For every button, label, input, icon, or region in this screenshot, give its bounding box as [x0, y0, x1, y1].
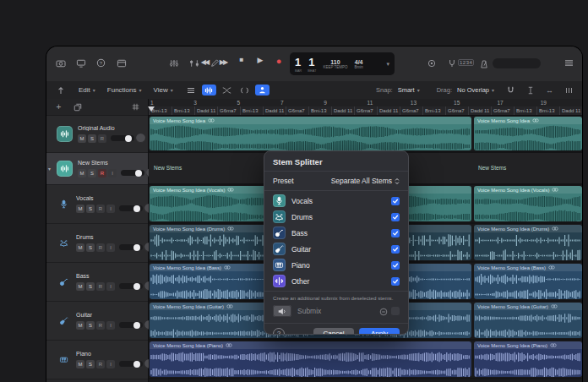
rewind-icon[interactable]: ◀◀: [199, 56, 210, 68]
menu-edit[interactable]: Edit▾: [79, 86, 95, 94]
m-button[interactable]: M: [76, 360, 84, 368]
stem-checkbox[interactable]: [391, 229, 400, 237]
menu-view[interactable]: View▾: [154, 86, 173, 94]
list-icon[interactable]: [563, 57, 575, 69]
audio-region-vocals[interactable]: Voice Memo Song Idea (Vocals): [474, 186, 582, 221]
audio-region-bass[interactable]: Voice Memo Song Idea (Bass): [474, 264, 582, 299]
stem-checkbox[interactable]: [391, 245, 400, 254]
help-button[interactable]: ?: [273, 328, 285, 335]
cancel-button[interactable]: Cancel: [313, 328, 354, 335]
m-button[interactable]: M: [76, 205, 84, 213]
bars-icon[interactable]: [563, 84, 575, 96]
quick-help-icon[interactable]: ?: [95, 57, 107, 69]
stem-checkbox[interactable]: [391, 277, 400, 286]
r-button[interactable]: R: [96, 205, 105, 213]
bar-ruler[interactable]: 13579111315171921: [149, 99, 582, 106]
i-button[interactable]: I: [106, 360, 115, 368]
add-track-icon[interactable]: +: [52, 101, 65, 113]
audio-region-guitar[interactable]: Voice Memo Song Idea (Guitar): [474, 303, 582, 338]
person-icon[interactable]: [255, 85, 270, 96]
r-button[interactable]: R: [96, 360, 105, 368]
audio-region-drums[interactable]: Voice Memo Song Idea (Drums): [474, 225, 582, 260]
count-in-icon[interactable]: 1234: [458, 59, 474, 66]
track-header-bass[interactable]: BassMSRI: [46, 263, 148, 302]
s-button[interactable]: S: [88, 169, 96, 177]
ibeam-icon[interactable]: [524, 84, 536, 96]
stem-row-other[interactable]: Other: [273, 273, 400, 289]
r-button[interactable]: R: [96, 321, 105, 330]
stem-row-guitar[interactable]: Guitar: [273, 241, 400, 257]
harrows-icon[interactable]: ↔: [543, 84, 556, 96]
i-button[interactable]: I: [106, 282, 115, 291]
lcd-display[interactable]: 11 BARBEAT 110 KEEP TEMPO 4/4 Bmin ▾: [290, 52, 395, 75]
disclosure-icon[interactable]: ▾: [48, 166, 51, 172]
metronome-icon[interactable]: [477, 57, 490, 70]
volume-slider[interactable]: [119, 361, 143, 367]
i-button[interactable]: I: [106, 321, 115, 330]
volume-slider[interactable]: [121, 170, 144, 176]
m-button[interactable]: M: [78, 169, 86, 177]
volume-slider[interactable]: [119, 322, 143, 328]
crossfade-icon[interactable]: [220, 85, 234, 96]
snap-select[interactable]: Smart▾: [398, 86, 432, 94]
audio-region-piano[interactable]: Voice Memo Song Idea (Piano): [150, 341, 471, 377]
rows-icon[interactable]: [184, 85, 199, 96]
pan-knob[interactable]: [136, 134, 145, 143]
loop-icon[interactable]: [237, 85, 252, 96]
s-button[interactable]: S: [86, 205, 95, 213]
track-header-guitar[interactable]: GuitarMSRI: [46, 302, 148, 341]
submix-checkbox[interactable]: [391, 307, 400, 315]
i-button[interactable]: I: [108, 169, 117, 177]
wave-icon[interactable]: [202, 85, 216, 96]
media-browser-icon[interactable]: [54, 57, 67, 69]
audio-region-piano[interactable]: Voice Memo Song Idea (Piano): [474, 341, 582, 377]
master-volume-slider[interactable]: [493, 58, 541, 68]
i-button[interactable]: I: [106, 205, 115, 213]
m-button[interactable]: M: [78, 134, 86, 143]
audio-region-original-audio[interactable]: Voice Memo Song Idea: [150, 117, 471, 150]
stem-checkbox[interactable]: [391, 261, 400, 270]
drag-select[interactable]: No Overlap▾: [457, 86, 494, 94]
magnet-icon[interactable]: [504, 84, 517, 96]
r-button[interactable]: R: [96, 282, 105, 291]
r-button[interactable]: R: [96, 243, 105, 252]
audio-region-original-audio[interactable]: Voice Memo Song Idea: [474, 117, 582, 150]
stem-row-vocals[interactable]: Vocals: [273, 193, 400, 209]
m-button[interactable]: M: [76, 321, 84, 330]
m-button[interactable]: M: [76, 282, 84, 291]
lcd-chevron-icon[interactable]: ▾: [386, 61, 389, 68]
replace-icon[interactable]: [425, 57, 438, 69]
r-button[interactable]: R: [98, 169, 106, 177]
volume-slider[interactable]: [119, 205, 143, 211]
stem-row-bass[interactable]: Bass: [273, 225, 400, 241]
stop-icon[interactable]: ■: [236, 56, 248, 68]
s-button[interactable]: S: [86, 243, 95, 252]
stem-checkbox[interactable]: [391, 197, 400, 205]
record-icon[interactable]: ●: [273, 56, 285, 68]
menu-functions[interactable]: Functions▾: [107, 86, 142, 94]
track-header-drums[interactable]: DrumsMSRI: [46, 224, 148, 263]
catch-playhead-icon[interactable]: [54, 84, 67, 96]
fast-forward-icon[interactable]: ▶▶: [217, 56, 229, 68]
r-button[interactable]: R: [98, 134, 106, 143]
playhead-marker[interactable]: [148, 106, 155, 112]
track-header-original-audio[interactable]: Original AudioMSR: [46, 116, 148, 153]
duplicate-track-icon[interactable]: [71, 101, 84, 113]
smart-controls-icon[interactable]: [167, 57, 180, 69]
stem-checkbox[interactable]: [391, 213, 400, 221]
volume-slider[interactable]: [111, 135, 134, 141]
s-button[interactable]: S: [86, 321, 95, 330]
track-header-piano[interactable]: PianoMSRI: [46, 341, 148, 379]
track-header-vocals[interactable]: VocalsMSRI: [46, 185, 148, 224]
volume-slider[interactable]: [119, 244, 143, 250]
stem-row-drums[interactable]: Drums: [273, 209, 400, 225]
volume-slider[interactable]: [119, 283, 143, 289]
preset-select[interactable]: Separate All Stems: [331, 177, 400, 185]
minus-circle-icon[interactable]: [379, 303, 388, 319]
apply-button[interactable]: Apply: [359, 328, 400, 335]
m-button[interactable]: M: [76, 243, 84, 252]
toolbar-toggle-icon[interactable]: [115, 57, 128, 69]
tuner-icon[interactable]: [445, 57, 458, 69]
s-button[interactable]: S: [86, 360, 95, 368]
display-icon[interactable]: [74, 57, 87, 69]
